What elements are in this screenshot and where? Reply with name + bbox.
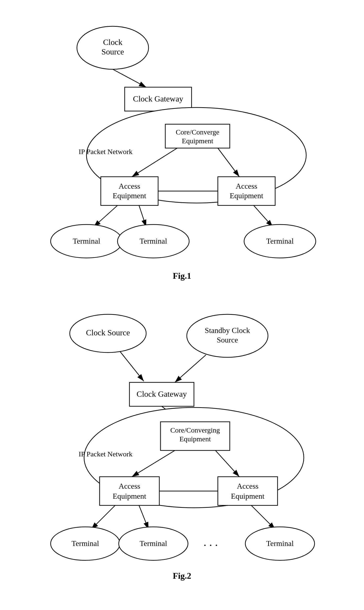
clock-gateway-label: Clock Gateway [133,94,183,103]
svg-text:Source: Source [217,336,238,344]
svg-text:Source: Source [102,47,124,56]
svg-text:. . .: . . . [204,536,218,548]
figure-1: Clock Source Clock Gateway IP Packet Net… [39,17,325,290]
svg-line-20 [254,205,273,227]
svg-text:Core/Converging: Core/Converging [170,426,220,434]
svg-text:Terminal: Terminal [266,237,294,245]
svg-text:Equipment: Equipment [230,191,263,200]
svg-line-54 [139,505,149,529]
fig1-label: Fig.1 [39,271,325,281]
svg-text:Access: Access [236,182,258,190]
svg-text:Equipment: Equipment [182,137,213,145]
svg-text:Clock Source: Clock Source [86,328,130,337]
svg-text:Standby Clock: Standby Clock [205,326,250,335]
svg-rect-49 [218,477,278,505]
fig2-label: Fig.2 [39,571,325,581]
clock-source-label: Clock [103,38,122,47]
svg-text:Equipment: Equipment [113,492,146,500]
svg-line-34 [120,351,144,381]
svg-line-35 [175,355,206,382]
svg-text:Equipment: Equipment [231,492,265,500]
svg-text:Equipment: Equipment [179,435,211,443]
svg-text:Terminal: Terminal [140,539,167,548]
svg-line-19 [139,205,146,227]
svg-text:Access: Access [119,482,141,490]
svg-text:IP Packet Network: IP Packet Network [78,450,132,458]
svg-text:Terminal: Terminal [71,539,99,548]
svg-line-2 [113,69,146,87]
svg-text:Terminal: Terminal [266,539,294,548]
svg-line-55 [251,505,275,529]
figure-2: Clock Source Standby Clock Source Clock … [39,305,325,590]
svg-text:Core/Converge: Core/Converge [176,128,220,136]
svg-rect-46 [100,477,159,505]
svg-text:Terminal: Terminal [73,237,100,245]
svg-text:Equipment: Equipment [113,191,146,200]
svg-line-18 [94,205,117,227]
svg-text:Clock Gateway: Clock Gateway [137,389,187,398]
svg-text:Access: Access [119,182,141,190]
svg-text:Access: Access [237,482,259,490]
ip-network-label-1: IP Packet Network [78,148,132,156]
svg-text:Terminal: Terminal [140,237,167,245]
svg-rect-14 [218,177,275,205]
svg-rect-11 [101,177,158,205]
svg-line-53 [91,505,115,529]
page: Clock Source Clock Gateway IP Packet Net… [0,0,364,610]
